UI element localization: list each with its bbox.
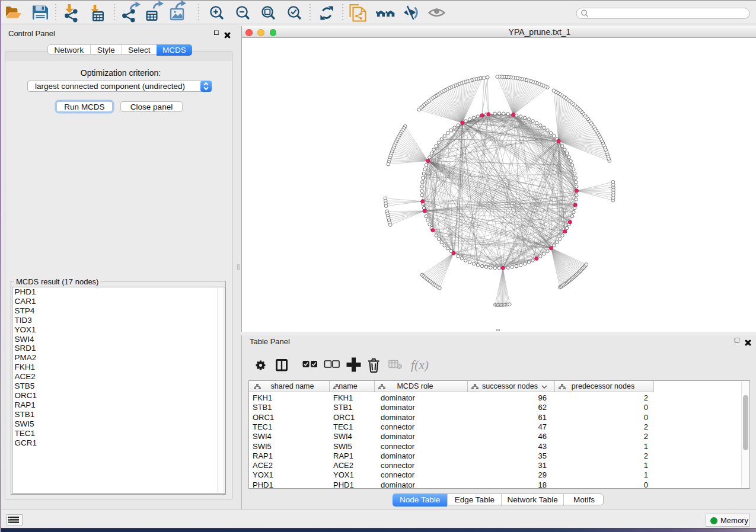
svg-text:f(x): f(x): [411, 358, 429, 372]
